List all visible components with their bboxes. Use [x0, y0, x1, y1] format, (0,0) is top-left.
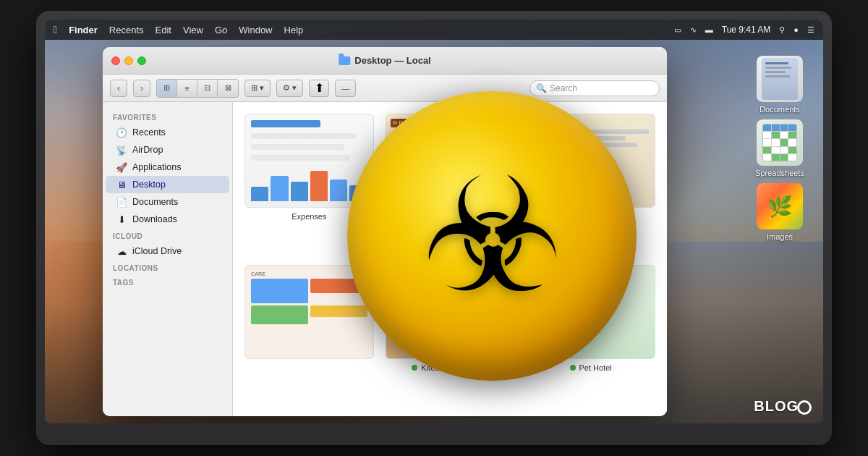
applications-label: Applications	[132, 162, 181, 172]
sidebar-item-icloud[interactable]: ☁ iCloud Drive	[106, 242, 229, 260]
file-item-care[interactable]: CARE	[244, 265, 374, 405]
cell-6	[772, 139, 780, 145]
cell-13	[763, 154, 771, 161]
desktop-icon-documents[interactable]: Documents	[751, 56, 809, 114]
file-name-expenses: Expenses	[292, 212, 326, 221]
cell-10	[772, 147, 780, 153]
airdrop-icon: 📡	[116, 144, 127, 156]
sidebar-item-airdrop[interactable]: 📡 AirDrop	[106, 141, 229, 159]
spreadsheets-icon-label: Spreadsheets	[755, 169, 804, 177]
tags-label: Tags	[103, 274, 232, 289]
finder-title: Desktop — Local	[339, 55, 430, 66]
apple-menu[interactable]: 	[54, 24, 57, 35]
cell-7	[780, 139, 788, 145]
finder-content: Favorites 🕐 Recents 📡 AirDrop 🚀 Applicat…	[103, 102, 667, 416]
kites-dot	[412, 365, 417, 371]
cell-2	[772, 132, 780, 138]
spreadsheet-grid	[762, 124, 797, 161]
path-button[interactable]: —	[335, 80, 356, 97]
wifi-icon[interactable]: ∿	[690, 25, 697, 35]
sidebar-item-desktop[interactable]: 🖥 Desktop	[106, 176, 229, 193]
icloud-label: iCloud	[103, 228, 232, 242]
file-thumb-expenses	[244, 114, 374, 208]
images-icon-graphic	[757, 183, 803, 229]
finder-titlebar: Desktop — Local	[103, 47, 667, 75]
stories-label: B…en stories	[571, 212, 619, 221]
screen:  Finder Recents Edit View Go Window Hel…	[45, 20, 823, 423]
view-list-button[interactable]: ≡	[177, 80, 197, 97]
cell-h1	[763, 124, 771, 131]
cell-4	[788, 132, 796, 138]
view-icon-button[interactable]: ⊞	[157, 80, 177, 97]
back-button[interactable]: ‹	[110, 80, 127, 97]
menu-edit[interactable]: Edit	[156, 25, 171, 35]
file-item-stories[interactable]: Stories B…en stories	[526, 114, 655, 253]
cell-h3	[780, 124, 788, 131]
view-options-button[interactable]: ⊞ ▾	[244, 80, 271, 97]
cell-14	[772, 154, 780, 161]
menu-help[interactable]: Help	[284, 25, 304, 35]
battery-icon: ▬	[705, 25, 713, 34]
blogo-watermark: BLOG	[754, 398, 812, 415]
desktop-icon-spreadsheets[interactable]: Spreadsheets	[751, 119, 809, 177]
search-menu-icon[interactable]: ⚲	[779, 25, 785, 35]
market-label: In the Market	[427, 212, 473, 221]
action-button[interactable]: ⚙ ▾	[276, 80, 303, 97]
documents-sidebar-icon: 📄	[116, 196, 127, 208]
sidebar-item-documents[interactable]: 📄 Documents	[106, 193, 229, 211]
cell-h2	[772, 124, 780, 131]
desktop-icon-images[interactable]: Images	[751, 183, 809, 241]
laptop-frame:  Finder Recents Edit View Go Window Hel…	[36, 11, 832, 445]
desktop-label: Desktop	[132, 180, 166, 190]
images-icon-label: Images	[767, 232, 793, 241]
view-gallery-button[interactable]: ⊠	[218, 80, 238, 97]
close-button[interactable]	[111, 56, 120, 65]
airdrop-label: AirDrop	[132, 145, 163, 155]
view-toggle-group: ⊞ ≡ ⊟ ⊠	[156, 79, 239, 98]
control-center-icon[interactable]: ☰	[807, 25, 814, 35]
file-item-kites[interactable]: Kites on the Beach	[386, 265, 515, 405]
documents-icon-label: Documents	[760, 105, 800, 114]
finder-window: Desktop — Local ‹ › ⊞ ≡ ⊟ ⊠ ⊞ ▾ ⚙ ▾ ⬆ — …	[103, 47, 667, 416]
menu-file[interactable]: Recents	[109, 25, 144, 35]
finder-title-text: Desktop — Local	[354, 55, 430, 66]
cell-8	[788, 139, 796, 145]
blogo-text: BLOG	[754, 398, 799, 414]
view-column-button[interactable]: ⊟	[197, 80, 218, 97]
doc-line-3	[765, 71, 786, 73]
kites-label: Kites on the Beach	[421, 363, 488, 372]
minimize-button[interactable]	[124, 56, 133, 65]
file-item-market[interactable]: In the Market Farm Fresh toYour TableFro…	[386, 114, 515, 253]
locations-label: Locations	[103, 260, 232, 274]
maximize-button[interactable]	[137, 56, 146, 65]
downloads-icon: ⬇	[116, 214, 127, 225]
search-box[interactable]: 🔍 Search	[529, 80, 660, 96]
search-placeholder: Search	[550, 83, 577, 93]
icloud-label-text: iCloud Drive	[132, 246, 182, 256]
file-item-expenses[interactable]: Expenses	[244, 114, 374, 253]
file-name-kites: Kites on the Beach	[412, 363, 488, 372]
documents-icon-inner	[762, 58, 798, 100]
forward-button[interactable]: ›	[133, 80, 150, 97]
pet-label: Pet Hotel	[579, 363, 612, 372]
file-item-pet[interactable]: Pet Hotel 🐾 Pet Hotel	[526, 265, 655, 405]
finder-sidebar: Favorites 🕐 Recents 📡 AirDrop 🚀 Applicat…	[103, 102, 233, 416]
cell-16	[788, 154, 796, 161]
sidebar-item-downloads[interactable]: ⬇ Downloads	[106, 211, 229, 228]
cell-5	[763, 139, 771, 145]
file-thumb-care: CARE	[244, 265, 374, 359]
menu-go[interactable]: Go	[215, 25, 227, 35]
sidebar-item-applications[interactable]: 🚀 Applications	[106, 159, 229, 176]
siri-icon[interactable]: ●	[793, 25, 799, 34]
favorites-label: Favorites	[103, 109, 232, 124]
share-button[interactable]: ⬆	[309, 80, 329, 97]
images-icon-img	[757, 183, 803, 229]
sidebar-item-recents[interactable]: 🕐 Recents	[106, 124, 229, 141]
expenses-label: Expenses	[292, 212, 326, 221]
menu-view[interactable]: View	[183, 25, 203, 35]
menu-window[interactable]: Window	[239, 25, 272, 35]
menu-app-name[interactable]: Finder	[69, 25, 98, 35]
desktop-icon: 🖥	[116, 179, 127, 190]
recents-label: Recents	[132, 127, 166, 138]
documents-sidebar-label: Documents	[132, 197, 178, 207]
